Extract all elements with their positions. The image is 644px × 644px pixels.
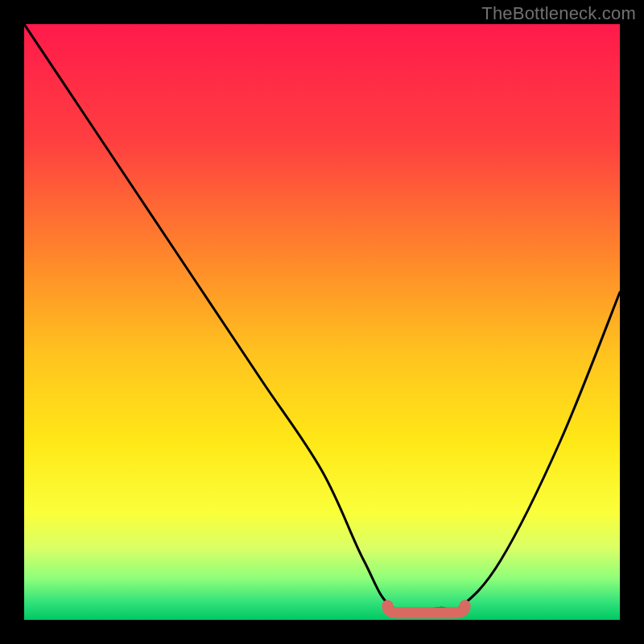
plot-area — [24, 24, 620, 620]
watermark-text: TheBottleneck.com — [481, 3, 636, 24]
chart-frame: TheBottleneck.com — [0, 0, 644, 644]
optimal-band-marker — [387, 605, 464, 613]
curve-layer — [24, 24, 620, 620]
bottleneck-curve — [24, 24, 620, 612]
